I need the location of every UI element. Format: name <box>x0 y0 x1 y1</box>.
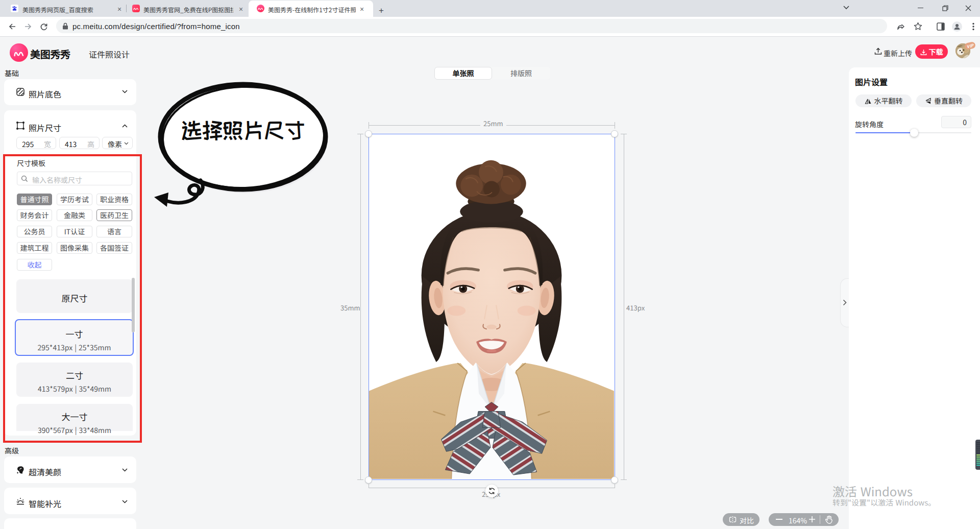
svg-text:选择照片尺寸: 选择照片尺寸 <box>181 118 305 141</box>
